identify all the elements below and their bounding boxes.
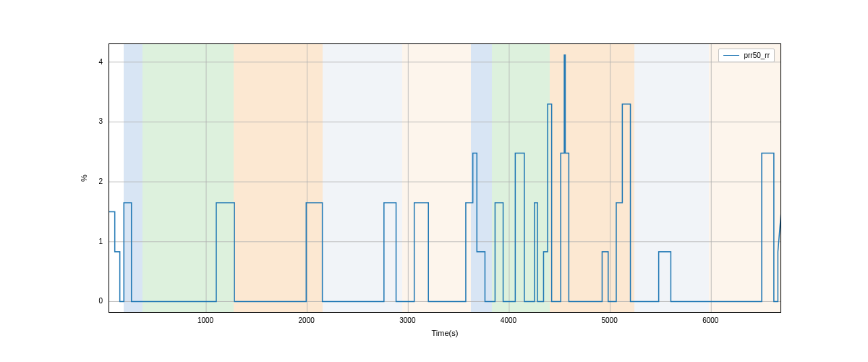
y-tick-label: 0 [98,297,103,305]
x-tick-label: 6000 [702,316,718,324]
y-axis-label: % [80,174,88,182]
legend-swatch [723,55,739,56]
x-tick-label: 1000 [197,316,213,324]
line-series-prr50_rr [109,55,780,302]
legend-label: prr50_rr [744,51,770,59]
legend: prr50_rr [718,49,775,62]
x-tick-label: 4000 [501,316,516,324]
x-tick-label: 2000 [299,316,315,324]
x-tick-label: 5000 [601,316,617,324]
figure: prr50_rr 100020003000400050006000 01234 … [0,0,868,362]
y-tick-label: 4 [98,57,103,65]
x-axis-label: Time(s) [432,329,459,337]
grid [109,44,780,312]
y-tick-label: 2 [98,177,103,185]
x-tick-label: 3000 [399,316,415,324]
chart-axes: prr50_rr [109,43,781,313]
y-tick-label: 1 [98,237,103,245]
plot-area [109,44,780,312]
plot-svg [109,44,780,312]
y-tick-label: 3 [98,117,103,125]
